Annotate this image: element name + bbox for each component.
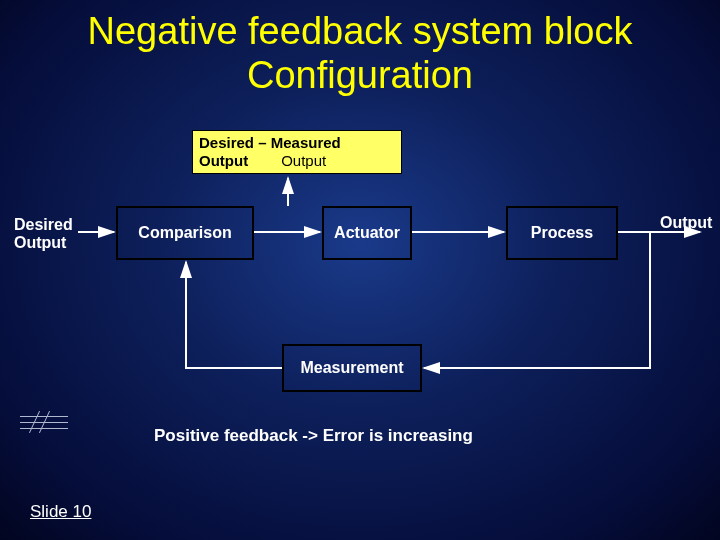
error-signal-text-right: Output bbox=[281, 152, 326, 169]
scratch-glyph bbox=[20, 412, 68, 432]
desired-output-label: Desired Output bbox=[14, 216, 73, 252]
actuator-block: Actuator bbox=[322, 206, 412, 260]
feedback-note: Positive feedback -> Error is increasing bbox=[154, 426, 473, 446]
measurement-block: Measurement bbox=[282, 344, 422, 392]
error-signal-text-left2: Output bbox=[199, 152, 277, 170]
page-title: Negative feedback system block Configura… bbox=[0, 0, 720, 97]
slide-number: Slide 10 bbox=[30, 502, 91, 522]
comparison-block: Comparison bbox=[116, 206, 254, 260]
comparison-block-label: Comparison bbox=[138, 224, 231, 242]
error-signal-box: Desired – Measured Output Output bbox=[192, 130, 402, 174]
output-label: Output bbox=[660, 214, 712, 232]
process-block-label: Process bbox=[531, 224, 593, 242]
actuator-block-label: Actuator bbox=[334, 224, 400, 242]
measurement-block-label: Measurement bbox=[300, 359, 403, 377]
process-block: Process bbox=[506, 206, 618, 260]
error-signal-text-top: Desired – Measured bbox=[199, 134, 341, 151]
